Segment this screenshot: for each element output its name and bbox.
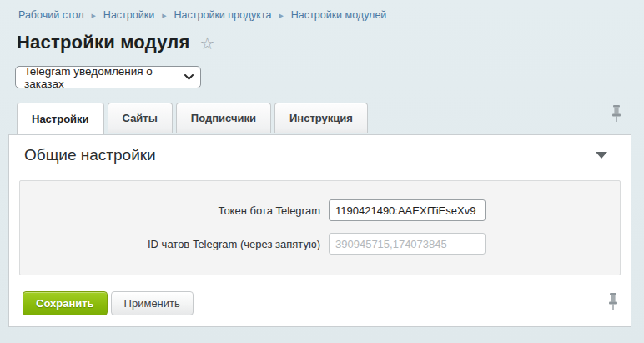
title-row: Настройки модуля ☆	[17, 32, 644, 53]
settings-panel: Общие настройки Токен бота Telegram ID ч…	[8, 134, 631, 327]
telegram-token-input[interactable]	[329, 199, 486, 221]
breadcrumb-arrow-icon: ▶	[279, 12, 283, 18]
tab-bar: Настройки Сайты Подписчики Инструкция	[0, 101, 644, 133]
tab-sites[interactable]: Сайты	[108, 103, 173, 133]
page-title: Настройки модуля	[17, 32, 190, 53]
tab-subscribers[interactable]: Подписчики	[176, 103, 271, 133]
tab-settings[interactable]: Настройки	[17, 103, 104, 134]
breadcrumb: Рабочий стол ▶ Настройки ▶ Настройки про…	[0, 0, 644, 21]
module-select-value: Telegram уведомления о заказах	[24, 65, 184, 90]
form-row-token: Токен бота Telegram	[20, 199, 620, 221]
breadcrumb-arrow-icon: ▶	[162, 12, 166, 18]
breadcrumb-link-desktop[interactable]: Рабочий стол	[18, 9, 83, 21]
chevron-down-icon	[184, 74, 194, 80]
section-header-general[interactable]: Общие настройки	[9, 135, 631, 173]
section-title: Общие настройки	[24, 146, 156, 164]
pin-icon[interactable]	[611, 104, 622, 123]
favorite-star-icon[interactable]: ☆	[200, 33, 215, 52]
breadcrumb-link-module-settings[interactable]: Настройки модулей	[291, 9, 387, 21]
pin-icon[interactable]	[607, 292, 619, 310]
token-label: Токен бота Telegram	[20, 204, 329, 217]
chat-ids-label: ID чатов Telegram (через запятую)	[20, 238, 329, 250]
module-select[interactable]: Telegram уведомления о заказах	[15, 66, 201, 88]
tab-instruction[interactable]: Инструкция	[274, 103, 368, 133]
apply-button[interactable]: Применить	[111, 291, 194, 315]
save-button[interactable]: Сохранить	[23, 291, 108, 315]
breadcrumb-arrow-icon: ▶	[91, 12, 95, 18]
collapse-arrow-icon[interactable]	[596, 152, 607, 159]
breadcrumb-link-product-settings[interactable]: Настройки продукта	[174, 9, 272, 21]
form-row-chat-ids: ID чатов Telegram (через запятую)	[20, 233, 620, 255]
telegram-chat-ids-input[interactable]	[329, 233, 486, 255]
breadcrumb-link-settings[interactable]: Настройки	[103, 9, 154, 21]
general-settings-fieldset: Токен бота Telegram ID чатов Telegram (ч…	[19, 180, 621, 275]
actions-bar: Сохранить Применить	[23, 291, 607, 315]
